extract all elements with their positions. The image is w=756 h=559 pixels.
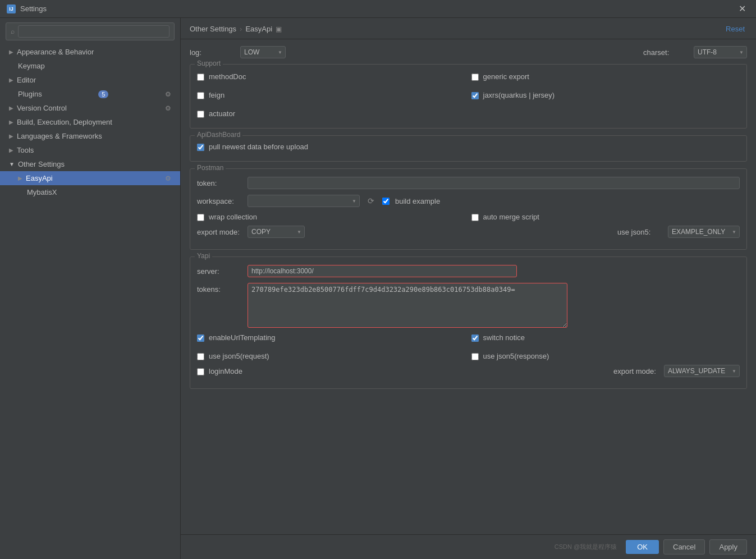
method-doc-checkbox[interactable]: [197, 74, 204, 81]
generic-export-checkbox[interactable]: [471, 74, 479, 81]
arrow-icon: ▶: [9, 133, 13, 139]
ok-button[interactable]: OK: [626, 540, 659, 554]
charset-label: charset:: [643, 48, 688, 57]
search-icon: ⌕: [11, 28, 15, 35]
refresh-button[interactable]: ⟳: [365, 195, 377, 207]
jaxrs-row: jaxrs(quarkus | jersey): [471, 91, 740, 99]
sidebar-item-editor[interactable]: ▶ Editor: [0, 73, 180, 87]
generic-export-label: generic export: [483, 72, 529, 81]
pull-newest-label: pull newest data before upload: [209, 143, 308, 151]
method-doc-label: methodDoc: [209, 72, 246, 81]
generic-export-row: generic export: [471, 72, 740, 81]
auto-merge-checkbox[interactable]: [471, 214, 479, 221]
switch-notice-checkbox[interactable]: [471, 335, 479, 342]
postman-section: Postman token: workspace: ⟳: [190, 168, 747, 250]
apidashboard-section: ApiDashBoard pull newest data before upl…: [190, 135, 747, 162]
enable-url-checkbox[interactable]: [197, 335, 204, 342]
sidebar-item-languages[interactable]: ▶ Languages & Frameworks: [0, 129, 180, 143]
pull-newest-checkbox[interactable]: [197, 144, 204, 151]
breadcrumb-current: EasyApi: [245, 25, 272, 33]
sidebar-item-mybatisx[interactable]: MybatisX: [0, 185, 180, 199]
main-header: Other Settings › EasyApi ▣ Reset: [181, 18, 756, 39]
login-mode-row: loginMode: [197, 367, 242, 375]
tokens-textarea[interactable]: 270789efe323db2e8500776fdff7c9d4d3232a29…: [248, 283, 567, 328]
enable-url-label: enableUrlTemplating: [209, 333, 276, 342]
title-bar: IJ Settings ✕: [0, 0, 756, 18]
workspace-select-wrapper[interactable]: [248, 195, 360, 207]
use-json5-res-label: use json5(response): [483, 352, 549, 360]
use-json5-res-checkbox[interactable]: [471, 353, 479, 360]
charset-select[interactable]: UTF-8 UTF-16 ISO-8859-1: [694, 46, 747, 58]
build-example-checkbox[interactable]: [382, 198, 390, 205]
jaxrs-checkbox[interactable]: [471, 92, 479, 99]
gear-icon: ⚙: [165, 90, 171, 98]
postman-title: Postman: [195, 164, 226, 172]
export-mode2-select[interactable]: ALWAYS_UPDATE NEVER_UPDATE ASK: [664, 365, 740, 377]
sidebar-item-build[interactable]: ▶ Build, Execution, Deployment: [0, 115, 180, 129]
apply-button[interactable]: Apply: [709, 539, 747, 555]
wrap-collection-row: wrap collection: [197, 213, 466, 221]
use-json5-select-wrapper[interactable]: EXAMPLE_ONLY ALL NONE: [668, 226, 740, 238]
yapi-title: Yapi: [195, 252, 212, 260]
build-example-label: build example: [395, 197, 440, 205]
close-button[interactable]: ✕: [735, 2, 749, 15]
search-input[interactable]: [18, 25, 169, 38]
server-row: server:: [197, 265, 740, 277]
sidebar-item-easyapi[interactable]: ▶ EasyApi ⚙: [0, 171, 180, 185]
main-panel: Other Settings › EasyApi ▣ Reset log: LO…: [181, 18, 756, 559]
log-select-wrapper[interactable]: LOW MEDIUM HIGH: [240, 46, 286, 58]
export-mode-select-wrapper[interactable]: COPY CLIPBOARD FILE: [248, 226, 305, 238]
use-json5-select[interactable]: EXAMPLE_ONLY ALL NONE: [668, 226, 740, 238]
feign-checkbox[interactable]: [197, 92, 204, 99]
use-json5-req-row: use json5(request): [197, 352, 466, 360]
server-label: server:: [197, 267, 242, 276]
plugins-badge: 5: [98, 90, 108, 98]
cancel-button[interactable]: Cancel: [663, 539, 705, 555]
gear-icon: ⚙: [165, 104, 171, 112]
arrow-expanded-icon: ▼: [9, 161, 15, 167]
jaxrs-label: jaxrs(quarkus | jersey): [483, 91, 555, 99]
pull-newest-row: pull newest data before upload: [197, 143, 740, 151]
arrow-icon: ▶: [9, 77, 13, 83]
switch-notice-row: switch notice: [471, 333, 740, 342]
server-input[interactable]: [248, 265, 517, 277]
sidebar-item-vcs[interactable]: ▶ Version Control ⚙: [0, 101, 180, 115]
apidashboard-title: ApiDashBoard: [195, 131, 242, 139]
actuator-checkbox[interactable]: [197, 111, 204, 118]
login-mode-checkbox[interactable]: [197, 368, 204, 375]
gear-icon: ⚙: [165, 175, 171, 182]
breadcrumb-icon: ▣: [276, 25, 282, 33]
use-json5-req-checkbox[interactable]: [197, 353, 204, 360]
arrow-icon: ▶: [18, 175, 22, 181]
arrow-icon: ▶: [9, 105, 13, 111]
enable-url-row: enableUrlTemplating: [197, 333, 466, 342]
feign-label: feign: [209, 91, 224, 99]
auto-merge-label: auto merge script: [483, 213, 539, 221]
tokens-row: tokens: 270789efe323db2e8500776fdff7c9d4…: [197, 283, 740, 328]
sidebar-item-plugins[interactable]: Plugins 5 ⚙: [0, 87, 180, 101]
export-mode2-select-wrapper[interactable]: ALWAYS_UPDATE NEVER_UPDATE ASK: [664, 365, 740, 377]
wrap-collection-checkbox[interactable]: [197, 214, 204, 221]
postman-options-grid: wrap collection auto merge script: [197, 213, 740, 226]
yapi-section: Yapi server: tokens: 270789efe323db2e850…: [190, 256, 747, 389]
log-charset-row: log: LOW MEDIUM HIGH charset: UTF-8 U: [190, 46, 747, 58]
settings-window: IJ Settings ✕ ⌕ ▶ Appearance & Behavior …: [0, 0, 756, 559]
breadcrumb: Other Settings › EasyApi ▣: [190, 25, 282, 33]
search-box[interactable]: ⌕: [6, 22, 175, 40]
sidebar-item-keymap[interactable]: Keymap: [0, 59, 180, 73]
sidebar-item-tools[interactable]: ▶ Tools: [0, 143, 180, 157]
login-mode-label: loginMode: [209, 367, 242, 375]
feign-row: feign: [197, 91, 466, 99]
export-mode-select[interactable]: COPY CLIPBOARD FILE: [248, 226, 305, 238]
actuator-row: actuator: [197, 109, 466, 118]
sidebar-item-other-settings[interactable]: ▼ Other Settings: [0, 157, 180, 171]
reset-button[interactable]: Reset: [723, 24, 747, 34]
token-input[interactable]: [248, 177, 740, 189]
sidebar-item-appearance[interactable]: ▶ Appearance & Behavior: [0, 45, 180, 59]
workspace-select[interactable]: [248, 195, 360, 207]
export-mode-label: export mode:: [197, 228, 242, 236]
charset-select-wrapper[interactable]: UTF-8 UTF-16 ISO-8859-1: [694, 46, 747, 58]
log-select[interactable]: LOW MEDIUM HIGH: [240, 46, 286, 58]
tokens-label: tokens:: [197, 285, 242, 294]
use-json5-label: use json5:: [617, 228, 662, 236]
